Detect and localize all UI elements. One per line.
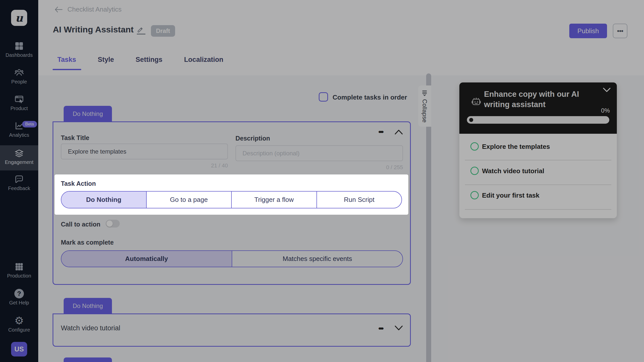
call-to-action-toggle[interactable] bbox=[106, 220, 120, 228]
sidebar-item-product[interactable]: Product bbox=[0, 94, 38, 119]
sidebar-item-label: Product bbox=[0, 106, 38, 111]
status-badge: Draft bbox=[151, 25, 175, 37]
preview-item[interactable]: Edit your first task bbox=[459, 191, 617, 209]
task1-action-chip: Do Nothing bbox=[64, 106, 112, 122]
ellipsis-icon: ••• bbox=[617, 28, 623, 34]
sidebar-item-label: Production bbox=[0, 273, 38, 279]
sidebar-item-dashboards[interactable]: Dashboards bbox=[0, 40, 38, 65]
user-avatar[interactable]: US bbox=[11, 342, 27, 356]
header-more-button[interactable]: ••• bbox=[613, 24, 627, 38]
description-input[interactable] bbox=[235, 145, 403, 161]
task-action-label: Task Action bbox=[61, 180, 96, 187]
progress-bar bbox=[467, 116, 609, 124]
product-icon bbox=[0, 94, 38, 105]
sidebar-item-get-help[interactable]: ? Get Help bbox=[0, 288, 38, 313]
production-grid-icon bbox=[0, 261, 38, 273]
engagement-icon bbox=[0, 147, 38, 159]
task2-expand-chevron-down-icon[interactable] bbox=[394, 325, 403, 331]
header-band bbox=[38, 0, 644, 75]
preview-divider bbox=[465, 209, 611, 210]
mark-as-complete-label: Mark as complete bbox=[61, 239, 114, 246]
sidebar-item-label: Feedback bbox=[0, 186, 38, 191]
app-logo[interactable]: u bbox=[11, 10, 27, 26]
task-action-section: Task Action Do Nothing Go to a page Trig… bbox=[55, 174, 408, 215]
sidebar-item-people[interactable]: People bbox=[0, 67, 38, 92]
people-icon bbox=[0, 67, 38, 78]
mark-as-complete-segmented-control: Automatically Matches specific events bbox=[61, 250, 403, 267]
collapse-preview-button[interactable]: Collapse bbox=[418, 85, 431, 127]
preview-collapse-chevron-down-icon[interactable] bbox=[603, 87, 611, 93]
sidebar-item-label: Get Help bbox=[0, 300, 38, 306]
task-action-option-run-script[interactable]: Run Script bbox=[316, 192, 402, 208]
sidebar-item-label: Analytics bbox=[0, 132, 38, 138]
active-tab-underline bbox=[53, 69, 81, 70]
task-circle-icon bbox=[470, 142, 479, 151]
task-action-segmented-control: Do Nothing Go to a page Trigger a flow R… bbox=[61, 191, 402, 208]
preview-divider bbox=[465, 185, 611, 185]
sidebar-item-label: Configure bbox=[0, 327, 38, 333]
collapse-lines-icon bbox=[421, 89, 428, 97]
task-action-option-do-nothing[interactable]: Do Nothing bbox=[61, 192, 146, 208]
progress-indicator-dot bbox=[469, 118, 473, 122]
preview-header: Enhance copy with our AI writing assista… bbox=[459, 82, 617, 134]
back-arrow-icon[interactable] bbox=[54, 6, 63, 13]
sidebar-item-configure[interactable]: ⚙ Configure bbox=[0, 315, 38, 340]
preview-divider bbox=[465, 160, 611, 160]
sidebar-item-feedback[interactable]: Feedback bbox=[0, 173, 38, 199]
complete-tasks-in-order-checkbox[interactable] bbox=[319, 92, 328, 102]
task-action-option-go-to-page[interactable]: Go to a page bbox=[146, 192, 231, 208]
checklist-preview-panel: Enhance copy with our AI writing assista… bbox=[459, 82, 617, 218]
tab-tasks[interactable]: Tasks bbox=[57, 56, 76, 64]
question-icon: ? bbox=[0, 288, 38, 299]
app-root: u Dashboards People Product Analytics En bbox=[0, 0, 644, 362]
pencil-underline bbox=[137, 34, 145, 34]
task3-action-chip bbox=[64, 357, 112, 362]
sidebar-item-label: Dashboards bbox=[0, 52, 38, 58]
breadcrumb[interactable]: Checklist Analytics bbox=[67, 6, 122, 13]
task2-more-icon[interactable]: ••• bbox=[378, 325, 383, 332]
tab-localization[interactable]: Localization bbox=[184, 56, 223, 64]
description-char-counter: 0 / 255 bbox=[235, 164, 403, 171]
publish-button[interactable]: Publish bbox=[569, 24, 607, 38]
task-title-input[interactable] bbox=[61, 144, 228, 159]
sidebar-item-engagement[interactable]: Engagement bbox=[0, 145, 38, 170]
task-circle-icon bbox=[470, 167, 479, 175]
tab-style[interactable]: Style bbox=[98, 56, 114, 64]
robot-icon bbox=[470, 96, 482, 107]
collapse-label: Collapse bbox=[421, 99, 428, 122]
task1-collapse-chevron-up-icon[interactable] bbox=[394, 129, 403, 135]
complete-tasks-in-order-label: Complete tasks in order bbox=[333, 94, 407, 101]
mark-option-automatically[interactable]: Automatically bbox=[61, 251, 232, 267]
beta-badge: Beta bbox=[22, 121, 37, 127]
task-title-label: Task Title bbox=[61, 134, 89, 142]
preview-title: Enhance copy with our AI writing assista… bbox=[484, 89, 596, 110]
toggle-knob bbox=[106, 220, 113, 227]
mark-option-matches-events[interactable]: Matches specific events bbox=[232, 251, 403, 267]
preview-item-label: Explore the templates bbox=[482, 143, 550, 151]
task1-more-icon[interactable]: ••• bbox=[378, 128, 383, 136]
preview-item[interactable]: Explore the templates bbox=[459, 142, 617, 160]
progress-percent: 0% bbox=[601, 107, 610, 114]
feedback-icon bbox=[0, 173, 38, 185]
tab-settings[interactable]: Settings bbox=[136, 56, 163, 64]
call-to-action-label: Call to action bbox=[61, 221, 100, 228]
preview-item[interactable]: Watch video tutorial bbox=[459, 167, 617, 184]
task-circle-icon bbox=[470, 191, 479, 199]
task-action-option-trigger-flow[interactable]: Trigger a flow bbox=[231, 192, 316, 208]
task2-action-chip: Do Nothing bbox=[64, 298, 112, 314]
edit-title-button[interactable] bbox=[137, 26, 145, 34]
sidebar-item-production[interactable]: Production bbox=[0, 261, 38, 286]
sidebar-item-label: Engagement bbox=[0, 159, 38, 165]
task2-title: Watch video tutorial bbox=[61, 324, 120, 332]
preview-item-label: Edit your first task bbox=[482, 192, 539, 199]
dashboards-icon bbox=[0, 40, 38, 52]
preview-item-label: Watch video tutorial bbox=[482, 167, 544, 175]
logo-letter: u bbox=[15, 12, 23, 24]
pencil-icon bbox=[137, 26, 145, 33]
gear-icon: ⚙ bbox=[0, 315, 38, 327]
description-label: Description bbox=[235, 135, 270, 142]
sidebar-item-label: People bbox=[0, 79, 38, 85]
sidebar: u Dashboards People Product Analytics En bbox=[0, 0, 38, 362]
avatar-initials: US bbox=[14, 345, 24, 353]
page-title: AI Writing Assistant bbox=[53, 25, 134, 34]
